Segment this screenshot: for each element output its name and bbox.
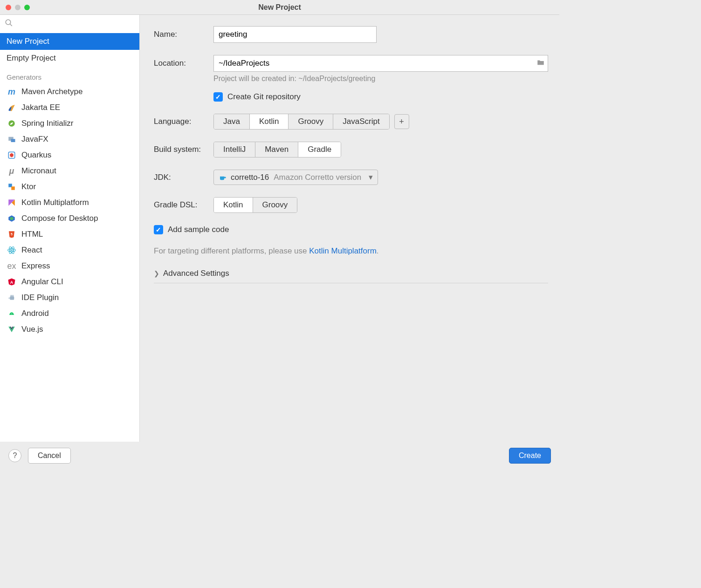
chevron-right-icon: ❯ <box>154 270 159 277</box>
location-input[interactable] <box>219 59 536 68</box>
search-row[interactable] <box>0 15 139 33</box>
git-checkbox-row[interactable]: ✓ Create Git repository <box>213 92 548 102</box>
svg-rect-21 <box>10 296 14 300</box>
generator-label: Maven Archetype <box>21 87 82 96</box>
generator-micronaut[interactable]: μ Micronaut <box>0 163 139 179</box>
generator-jakarta-ee[interactable]: Jakarta EE <box>0 100 139 116</box>
jdk-label: JDK: <box>154 173 213 182</box>
platform-info: For targeting different platforms, pleas… <box>154 246 548 256</box>
create-button[interactable]: Create <box>509 448 551 464</box>
generator-label: Quarkus <box>21 150 51 160</box>
generator-label: IDE Plugin <box>21 293 59 302</box>
sample-code-checkbox[interactable]: ✓ <box>154 225 163 234</box>
sample-code-label: Add sample code <box>168 225 229 234</box>
sidebar-item-new-project[interactable]: New Project <box>0 33 139 50</box>
titlebar: New Project <box>0 0 559 15</box>
generator-compose-desktop[interactable]: Compose for Desktop <box>0 211 139 226</box>
add-language-button[interactable]: + <box>394 114 409 129</box>
search-icon <box>5 20 13 29</box>
build-option-gradle[interactable]: Gradle <box>298 142 341 157</box>
info-prefix: For targeting different platforms, pleas… <box>154 246 309 255</box>
ktor-icon <box>7 182 17 191</box>
location-hint: Project will be created in: ~/IdeaProjec… <box>213 75 548 83</box>
sidebar-item-label: New Project <box>7 37 49 46</box>
generator-label: Spring Initializr <box>21 119 74 128</box>
generator-label: Android <box>21 309 49 318</box>
cancel-button[interactable]: Cancel <box>28 448 71 464</box>
generator-vuejs[interactable]: Vue.js <box>0 321 139 337</box>
location-input-wrap[interactable] <box>213 55 548 72</box>
help-button[interactable]: ? <box>8 449 21 462</box>
chevron-down-icon: ▾ <box>369 172 373 182</box>
generator-ktor[interactable]: Ktor <box>0 179 139 195</box>
language-option-java[interactable]: Java <box>214 114 250 129</box>
sidebar-item-empty-project[interactable]: Empty Project <box>0 50 139 67</box>
svg-text:5: 5 <box>11 232 13 236</box>
jdk-dropdown[interactable]: corretto-16 Amazon Corretto version ▾ <box>213 170 378 185</box>
language-option-groovy[interactable]: Groovy <box>289 114 333 129</box>
generator-spring-initializr[interactable]: Spring Initializr <box>0 116 139 131</box>
sample-code-row[interactable]: ✓ Add sample code <box>154 225 548 234</box>
svg-rect-23 <box>13 295 14 297</box>
generator-label: Jakarta EE <box>21 103 60 112</box>
window-title: New Project <box>0 3 559 12</box>
name-input[interactable] <box>213 26 377 43</box>
jakarta-icon <box>7 103 17 112</box>
build-system-label: Build system: <box>154 145 213 154</box>
info-suffix: . <box>377 246 379 255</box>
generator-android[interactable]: Android <box>0 306 139 321</box>
form-panel: Name: Location: Project will be created … <box>140 15 559 442</box>
generator-angular-cli[interactable]: A Angular CLI <box>0 274 139 290</box>
gradle-dsl-label: Gradle DSL: <box>154 200 213 210</box>
generator-maven-archetype[interactable]: m Maven Archetype <box>0 84 139 100</box>
git-checkbox-label: Create Git repository <box>227 92 301 102</box>
language-option-javascript[interactable]: JavaScript <box>333 114 389 129</box>
generator-ide-plugin[interactable]: IDE Plugin <box>0 290 139 306</box>
build-option-intellij[interactable]: IntelliJ <box>214 142 255 157</box>
language-label: Language: <box>154 117 213 126</box>
sidebar-item-label: Empty Project <box>7 54 56 63</box>
build-option-maven[interactable]: Maven <box>255 142 298 157</box>
svg-point-15 <box>11 249 12 251</box>
dsl-option-groovy[interactable]: Groovy <box>253 198 297 212</box>
build-system-segmented: IntelliJ Maven Gradle <box>213 142 341 157</box>
gradle-dsl-segmented: Kotlin Groovy <box>213 197 297 213</box>
git-checkbox[interactable]: ✓ <box>213 92 223 102</box>
generator-quarkus[interactable]: Quarkus <box>0 147 139 163</box>
kotlin-icon <box>7 198 17 207</box>
sidebar: New Project Empty Project Generators m M… <box>0 15 140 442</box>
language-segmented: Java Kotlin Groovy JavaScript <box>213 114 390 130</box>
svg-point-0 <box>6 20 11 25</box>
svg-rect-8 <box>11 186 15 190</box>
generator-html[interactable]: 5 HTML <box>0 226 139 242</box>
svg-point-26 <box>13 314 14 315</box>
svg-point-25 <box>10 314 11 315</box>
android-icon <box>7 309 17 318</box>
dsl-option-kotlin[interactable]: Kotlin <box>214 198 253 212</box>
jdk-name: corretto-16 <box>231 173 269 182</box>
spring-icon <box>7 119 17 128</box>
kotlin-multiplatform-link[interactable]: Kotlin Multiplatform <box>309 246 377 255</box>
generator-react[interactable]: React <box>0 242 139 258</box>
svg-marker-6 <box>10 153 14 157</box>
generator-express[interactable]: ex Express <box>0 258 139 274</box>
jdk-icon <box>219 173 227 182</box>
generator-kotlin-multiplatform[interactable]: Kotlin Multiplatform <box>0 195 139 211</box>
generator-label: Micronaut <box>21 166 56 176</box>
folder-icon[interactable] <box>536 58 545 69</box>
express-icon: ex <box>7 261 17 271</box>
generator-label: Ktor <box>21 182 36 191</box>
footer: ? Cancel Create <box>0 442 559 470</box>
advanced-settings-toggle[interactable]: ❯ Advanced Settings <box>154 269 548 278</box>
svg-line-1 <box>10 24 12 26</box>
svg-rect-22 <box>11 295 12 297</box>
generator-javafx[interactable]: JavaFX <box>0 131 139 147</box>
vuejs-icon <box>7 325 17 334</box>
generator-label: Compose for Desktop <box>21 214 98 223</box>
location-label: Location: <box>154 59 213 68</box>
language-option-kotlin[interactable]: Kotlin <box>250 114 289 129</box>
angular-icon: A <box>7 277 17 287</box>
advanced-settings-label: Advanced Settings <box>163 269 229 278</box>
javafx-icon <box>7 135 17 144</box>
micronaut-icon: μ <box>7 166 17 176</box>
